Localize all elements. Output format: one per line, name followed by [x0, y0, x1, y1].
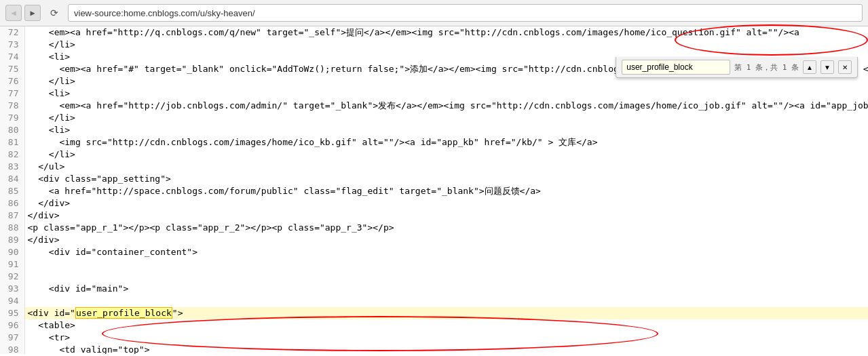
line-code: </li> [24, 112, 868, 124]
table-row: 77 <li> [0, 87, 868, 100]
line-number: 81 [0, 136, 24, 149]
line-code: <em><a href="http://q.cnblogs.com/q/new"… [24, 26, 868, 39]
line-code: </li> [24, 149, 868, 161]
line-number: 85 [0, 185, 24, 197]
find-next-button[interactable]: ▼ [820, 60, 834, 74]
table-row: 80 <li> [0, 124, 868, 136]
line-number: 82 [0, 149, 24, 161]
line-code: </li> [24, 39, 868, 51]
table-row: 90 <div id="container_content"> [0, 246, 868, 258]
table-row: 84 <div class="app_setting"> [0, 173, 868, 185]
refresh-button[interactable]: ⟳ [46, 5, 62, 21]
line-code: <div class="app_setting"> [24, 173, 868, 185]
table-row: 87</div> [0, 210, 868, 222]
table-row: 82 </li> [0, 149, 868, 161]
find-prev-button[interactable]: ▲ [803, 60, 816, 74]
table-row: 72 <em><a href="http://q.cnblogs.com/q/n… [0, 26, 868, 39]
line-number: 77 [0, 87, 24, 100]
table-row: 83 </ul> [0, 161, 868, 173]
table-row: 96 <table> [0, 319, 868, 332]
line-code: </div> [24, 197, 868, 210]
table-row: 93 <div id="main"> [0, 283, 868, 295]
line-number: 93 [0, 283, 24, 295]
line-code: <p class="app_r_1"></p><p class="app_r_2… [24, 222, 868, 234]
line-code: <tr> [24, 332, 868, 344]
line-code: <div id="user_profile_block"> [24, 307, 868, 319]
forward-button[interactable]: ▶ [24, 5, 41, 21]
line-number: 92 [0, 271, 24, 283]
table-row: 92 [0, 271, 868, 283]
find-input[interactable] [622, 60, 730, 75]
line-number: 84 [0, 173, 24, 185]
line-code: <li> [24, 124, 868, 136]
table-row: 86 </div> [0, 197, 868, 210]
line-number: 98 [0, 344, 24, 354]
line-number: 90 [0, 246, 24, 258]
line-number: 91 [0, 258, 24, 271]
table-row: 97 <tr> [0, 332, 868, 344]
line-code: <div id="main"> [24, 283, 868, 295]
table-row: 79 </li> [0, 112, 868, 124]
line-code: </ul> [24, 161, 868, 173]
table-row: 81 <img src="http://cdn.cnblogs.com/imag… [0, 136, 868, 149]
line-code [24, 258, 868, 271]
address-bar[interactable] [68, 4, 863, 22]
table-row: 94 [0, 295, 868, 307]
line-number: 78 [0, 100, 24, 112]
line-code: <td valign="top"> [24, 344, 868, 354]
line-code: </div> [24, 234, 868, 246]
highlighted-term: user_profile_block [75, 307, 172, 319]
line-code: <div id="container_content"> [24, 246, 868, 258]
table-row: 91 [0, 258, 868, 271]
line-number: 97 [0, 332, 24, 344]
table-row: 73 </li> [0, 39, 868, 51]
line-number: 88 [0, 222, 24, 234]
line-code: </div> [24, 210, 868, 222]
line-code: <a href="http://space.cnblogs.com/forum/… [24, 185, 868, 197]
line-number: 72 [0, 26, 24, 39]
line-number: 79 [0, 112, 24, 124]
line-number: 83 [0, 161, 24, 173]
line-number: 96 [0, 319, 24, 332]
line-number: 87 [0, 210, 24, 222]
line-number: 80 [0, 124, 24, 136]
line-number: 89 [0, 234, 24, 246]
line-code: <table> [24, 319, 868, 332]
line-number: 94 [0, 295, 24, 307]
table-row: 78 <em><a href="http://job.cnblogs.com/a… [0, 100, 868, 112]
table-row: 98 <td valign="top"> [0, 344, 868, 354]
line-number: 74 [0, 51, 24, 63]
line-number: 86 [0, 197, 24, 210]
table-row: 88<p class="app_r_1"></p><p class="app_r… [0, 222, 868, 234]
line-number: 75 [0, 63, 24, 75]
find-bar: 第 1 条，共 1 条 ▲ ▼ ✕ [616, 57, 858, 78]
line-number: 95 [0, 307, 24, 319]
back-button[interactable]: ◀ [5, 5, 22, 21]
table-row: 95<div id="user_profile_block"> [0, 307, 868, 319]
line-number: 76 [0, 75, 24, 87]
nav-buttons: ◀ ▶ [5, 5, 41, 21]
find-close-button[interactable]: ✕ [838, 60, 852, 74]
line-code: <em><a href="http://job.cnblogs.com/admi… [24, 100, 868, 112]
line-code [24, 271, 868, 283]
table-row: 89</div> [0, 234, 868, 246]
table-row: 85 <a href="http://space.cnblogs.com/for… [0, 185, 868, 197]
line-code: <li> [24, 87, 868, 100]
line-number: 73 [0, 39, 24, 51]
browser-toolbar: ◀ ▶ ⟳ [0, 0, 868, 26]
line-code: <img src="http://cdn.cnblogs.com/images/… [24, 136, 868, 149]
line-code [24, 295, 868, 307]
find-count: 第 1 条，共 1 条 [734, 62, 799, 73]
